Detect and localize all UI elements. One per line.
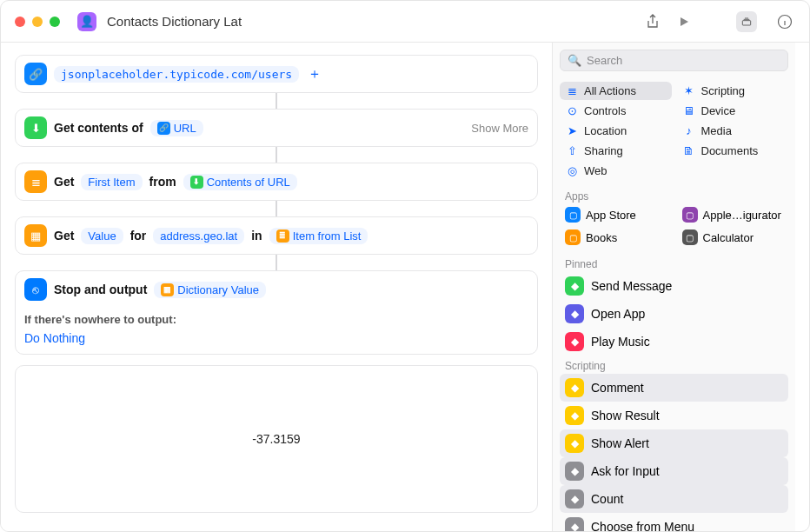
- step-title: Get contents of: [54, 121, 143, 135]
- action-show-alert[interactable]: ◆Show Alert: [560, 429, 788, 457]
- document-title: Contacts Dictionary Lat: [107, 14, 242, 29]
- run-button[interactable]: [674, 11, 694, 32]
- category-web[interactable]: ◎Web: [560, 162, 672, 180]
- category-icon: ➤: [565, 124, 579, 137]
- category-label: Scripting: [701, 84, 746, 97]
- window-controls: [15, 17, 60, 27]
- app-icon: 👤: [77, 12, 96, 31]
- get-contents-step[interactable]: ⬇ Get contents of 🔗URL Show More: [15, 109, 538, 147]
- category-label: Documents: [701, 144, 759, 157]
- first-item-pill[interactable]: First Item: [81, 174, 142, 190]
- close-window-button[interactable]: [15, 17, 25, 27]
- output-icon: ⎋: [24, 278, 47, 301]
- key-field[interactable]: address.geo.lat: [153, 228, 244, 244]
- url-field[interactable]: jsonplaceholder.typicode.com/users: [54, 66, 299, 83]
- do-nothing-option[interactable]: Do Nothing: [16, 329, 537, 354]
- app-icon: ▢: [682, 229, 698, 245]
- zoom-window-button[interactable]: [50, 17, 60, 27]
- category-controls[interactable]: ⊙Controls: [560, 102, 672, 120]
- share-button[interactable]: [642, 11, 663, 32]
- get-value-step[interactable]: ▦ Get Value for address.geo.lat in ≣Item…: [15, 216, 538, 255]
- show-more-button[interactable]: Show More: [471, 122, 528, 135]
- download-icon: ⬇: [24, 116, 47, 139]
- search-placeholder: Search: [587, 54, 622, 67]
- action-label: Show Result: [591, 409, 660, 422]
- action-icon: ◆: [565, 332, 584, 351]
- action-send-message[interactable]: ◆Send Message: [560, 272, 788, 300]
- category-location[interactable]: ➤Location: [560, 122, 672, 140]
- action-label: Comment: [591, 381, 644, 395]
- action-label: Play Music: [591, 335, 650, 349]
- app-label: Calculator: [703, 231, 754, 244]
- from-label: from: [149, 175, 176, 189]
- category-label: Sharing: [584, 144, 623, 157]
- value-pill[interactable]: Value: [81, 228, 123, 244]
- apps-header: Apps: [553, 185, 795, 204]
- category-label: Web: [584, 164, 608, 177]
- link-icon: 🔗: [24, 63, 47, 85]
- app-icon: ▢: [565, 229, 581, 245]
- action-show-result[interactable]: ◆Show Result: [560, 402, 788, 429]
- app-calculator[interactable]: ▢Calculator: [677, 227, 789, 248]
- category-media[interactable]: ♪Media: [677, 122, 789, 140]
- info-button[interactable]: [774, 11, 795, 32]
- app-label: Books: [586, 231, 617, 244]
- scripting-header: Scripting: [553, 355, 795, 374]
- url-step[interactable]: 🔗 jsonplaceholder.typicode.com/users ＋: [15, 55, 538, 93]
- action-icon: ◆: [565, 517, 584, 531]
- dictionary-value-pill[interactable]: ▦Dictionary Value: [154, 282, 266, 298]
- app-icon: ▢: [682, 207, 698, 223]
- action-label: Send Message: [591, 279, 672, 293]
- action-open-app[interactable]: ◆Open App: [560, 300, 788, 328]
- category-all-actions[interactable]: ≣All Actions: [560, 82, 672, 100]
- in-label: in: [251, 229, 262, 243]
- category-sharing[interactable]: ⇧Sharing: [560, 142, 672, 160]
- action-icon: ◆: [565, 304, 584, 323]
- app-apple-igurator[interactable]: ▢Apple…igurator: [677, 204, 789, 225]
- category-icon: ♪: [682, 124, 696, 137]
- contents-variable-pill[interactable]: ⬇Contents of URL: [183, 174, 297, 190]
- action-ask-for-input[interactable]: ◆Ask for Input: [560, 457, 788, 485]
- get-item-step[interactable]: ≣ Get First Item from ⬇Contents of URL: [15, 163, 538, 201]
- category-icon: ≣: [565, 84, 579, 97]
- action-choose-from-menu[interactable]: ◆Choose from Menu: [560, 513, 788, 531]
- svg-rect-0: [742, 20, 750, 24]
- action-icon: ◆: [565, 462, 584, 481]
- category-label: All Actions: [584, 84, 636, 97]
- dictionary-icon: ▦: [24, 224, 47, 247]
- action-icon: ◆: [565, 276, 584, 296]
- app-app-store[interactable]: ▢App Store: [560, 204, 672, 225]
- action-play-music[interactable]: ◆Play Music: [560, 328, 788, 355]
- app-books[interactable]: ▢Books: [560, 227, 672, 248]
- output-value: -37.3159: [252, 432, 300, 446]
- action-icon: ◆: [565, 434, 584, 453]
- action-icon: ◆: [565, 406, 584, 425]
- action-icon: ◆: [565, 489, 584, 509]
- url-variable-pill[interactable]: 🔗URL: [150, 120, 203, 136]
- step-title: Get: [54, 229, 74, 243]
- search-icon: 🔍: [568, 54, 581, 67]
- item-variable-pill[interactable]: ≣Item from List: [269, 228, 368, 244]
- actions-sidebar: 🔍 Search ≣All Actions✶Scripting⊙Controls…: [552, 43, 795, 531]
- action-icon: ◆: [565, 378, 584, 397]
- library-layers-button[interactable]: [736, 11, 757, 32]
- category-icon: 🗎: [682, 144, 696, 157]
- action-count[interactable]: ◆Count: [560, 485, 788, 513]
- category-documents[interactable]: 🗎Documents: [677, 142, 789, 160]
- category-scripting[interactable]: ✶Scripting: [677, 82, 789, 100]
- titlebar: 👤 Contacts Dictionary Lat: [1, 1, 809, 43]
- action-label: Show Alert: [591, 436, 649, 450]
- output-panel: -37.3159: [15, 365, 538, 513]
- action-label: Ask for Input: [591, 464, 660, 478]
- category-icon: ⇧: [565, 144, 579, 157]
- for-label: for: [130, 229, 147, 243]
- action-comment[interactable]: ◆Comment: [560, 374, 788, 402]
- workflow-canvas: 🔗 jsonplaceholder.typicode.com/users ＋ ⬇…: [1, 43, 552, 531]
- add-url-button[interactable]: ＋: [306, 65, 323, 83]
- search-input[interactable]: 🔍 Search: [560, 50, 788, 71]
- action-label: Choose from Menu: [591, 520, 694, 531]
- stop-output-step[interactable]: ⎋ Stop and output ▦Dictionary Value If t…: [15, 270, 538, 355]
- category-device[interactable]: 🖥Device: [677, 102, 789, 120]
- minimize-window-button[interactable]: [32, 17, 43, 27]
- step-title: Get: [54, 175, 74, 189]
